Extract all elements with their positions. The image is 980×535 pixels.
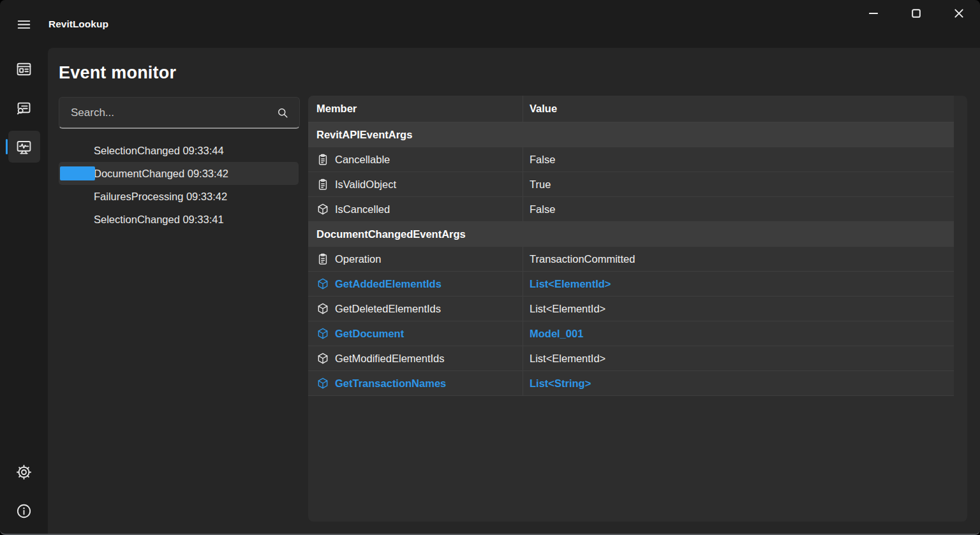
member-cell: GetDeletedElementIds (308, 297, 523, 321)
member-value: List<String> (530, 377, 591, 390)
group-label: RevitAPIEventArgs (308, 129, 412, 141)
cube-icon (316, 327, 329, 340)
page-title: Event monitor (59, 63, 176, 83)
selected-indicator (60, 166, 95, 180)
minimize-button[interactable] (852, 0, 895, 28)
main-content: Event monitor SelectionChanged 09:33:44D… (48, 48, 980, 534)
member-value: TransactionCommitted (530, 253, 635, 265)
cube-icon (316, 352, 329, 365)
snoop-search-icon (15, 99, 33, 117)
member-value: List<ElementId> (530, 278, 611, 290)
event-list: SelectionChanged 09:33:44DocumentChanged… (59, 139, 299, 231)
close-button[interactable] (937, 0, 980, 28)
sidebar-item-summary[interactable] (8, 53, 40, 85)
member-name: IsValidObject (335, 179, 396, 191)
value-cell[interactable]: List<ElementId> (523, 272, 954, 296)
event-monitor-icon (15, 138, 33, 156)
maximize-icon (912, 9, 921, 20)
member-table: Member Value RevitAPIEventArgsCancellabl… (308, 96, 954, 396)
sidebar-bottom-group (8, 456, 40, 534)
value-cell[interactable]: Model_001 (523, 321, 954, 346)
member-value: List<ElementId> (530, 353, 605, 365)
cube-icon (316, 277, 329, 290)
table-row[interactable]: GetTransactionNamesList<String> (308, 371, 954, 396)
gear-icon (15, 464, 33, 481)
titlebar: RevitLookup (0, 0, 980, 48)
value-cell: List<ElementId> (523, 297, 954, 321)
value-cell: False (523, 197, 954, 221)
column-header-member-label: Member (308, 103, 357, 115)
event-list-item[interactable]: FailuresProcessing 09:33:42 (59, 185, 299, 208)
member-value: False (530, 203, 555, 216)
member-cell: IsValidObject (308, 172, 523, 196)
sidebar-item-about[interactable] (8, 495, 40, 527)
event-label: SelectionChanged 09:33:44 (59, 145, 224, 157)
member-value: Model_001 (530, 328, 583, 340)
table-row[interactable]: CancellableFalse (308, 147, 954, 172)
table-row[interactable]: GetDeletedElementIdsList<ElementId> (308, 297, 954, 321)
search-box (59, 97, 300, 129)
sidebar-item-settings[interactable] (8, 456, 40, 488)
table-group-row[interactable]: RevitAPIEventArgs (308, 122, 954, 147)
member-name: GetModifiedElementIds (335, 353, 445, 365)
sidebar (0, 48, 48, 534)
column-header-value-label: Value (523, 103, 557, 115)
member-value: List<ElementId> (530, 303, 605, 315)
dashboard-icon (15, 61, 33, 78)
clipboard-icon (316, 178, 329, 191)
value-cell: True (523, 172, 954, 196)
table-rows: RevitAPIEventArgsCancellableFalseIsValid… (308, 122, 954, 396)
group-label: DocumentChangedEventArgs (308, 228, 466, 240)
app-title: RevitLookup (48, 0, 108, 48)
table-row[interactable]: GetDocumentModel_001 (308, 321, 954, 346)
sidebar-item-snoop[interactable] (8, 92, 40, 124)
member-cell[interactable]: GetAddedElementIds (308, 272, 523, 296)
clipboard-icon (316, 253, 329, 265)
info-icon (15, 502, 33, 520)
member-cell: Operation (308, 247, 523, 271)
member-cell: Cancellable (308, 147, 523, 172)
member-value: False (530, 154, 555, 166)
event-label: SelectionChanged 09:33:41 (59, 214, 224, 226)
close-icon (954, 9, 963, 20)
member-name: GetDeletedElementIds (335, 303, 441, 315)
hamburger-icon (16, 17, 32, 33)
member-name: Cancellable (335, 154, 390, 166)
window-controls (852, 0, 980, 28)
member-name: IsCancelled (335, 203, 390, 216)
table-row[interactable]: GetAddedElementIdsList<ElementId> (308, 272, 954, 297)
sidebar-item-event-monitor[interactable] (8, 131, 40, 163)
table-row[interactable]: IsCancelledFalse (308, 197, 954, 222)
column-header-member[interactable]: Member (308, 96, 523, 122)
event-list-item[interactable]: DocumentChanged 09:33:42 (59, 162, 299, 185)
table-header-row: Member Value (308, 96, 954, 122)
table-row[interactable]: OperationTransactionCommitted (308, 247, 954, 272)
member-name: GetTransactionNames (335, 377, 446, 390)
member-cell[interactable]: GetTransactionNames (308, 371, 523, 395)
event-list-item[interactable]: SelectionChanged 09:33:41 (59, 208, 299, 231)
member-name: GetAddedElementIds (335, 278, 442, 290)
clipboard-icon (316, 153, 329, 166)
cube-icon (316, 302, 329, 315)
active-indicator (6, 139, 8, 154)
search-input[interactable] (59, 106, 276, 119)
sidebar-top-group (8, 48, 40, 163)
event-list-item[interactable]: SelectionChanged 09:33:44 (59, 139, 299, 162)
column-header-value[interactable]: Value (523, 96, 954, 122)
table-group-row[interactable]: DocumentChangedEventArgs (308, 222, 954, 247)
table-row[interactable]: GetModifiedElementIdsList<ElementId> (308, 346, 954, 371)
member-cell[interactable]: GetDocument (308, 321, 523, 346)
app-window: RevitLookup Event monitor SelectionChang… (0, 0, 980, 535)
hamburger-menu-button[interactable] (10, 12, 37, 36)
table-row[interactable]: IsValidObjectTrue (308, 172, 954, 197)
minimize-icon (869, 9, 878, 20)
maximize-button[interactable] (895, 0, 937, 28)
member-name: GetDocument (335, 328, 404, 340)
cube-icon (316, 377, 329, 390)
search-icon (276, 106, 289, 119)
member-table-panel: Member Value RevitAPIEventArgsCancellabl… (308, 96, 967, 522)
value-cell: False (523, 147, 954, 172)
value-cell[interactable]: List<String> (523, 371, 954, 395)
member-value: True (530, 179, 551, 191)
member-name: Operation (335, 253, 381, 265)
